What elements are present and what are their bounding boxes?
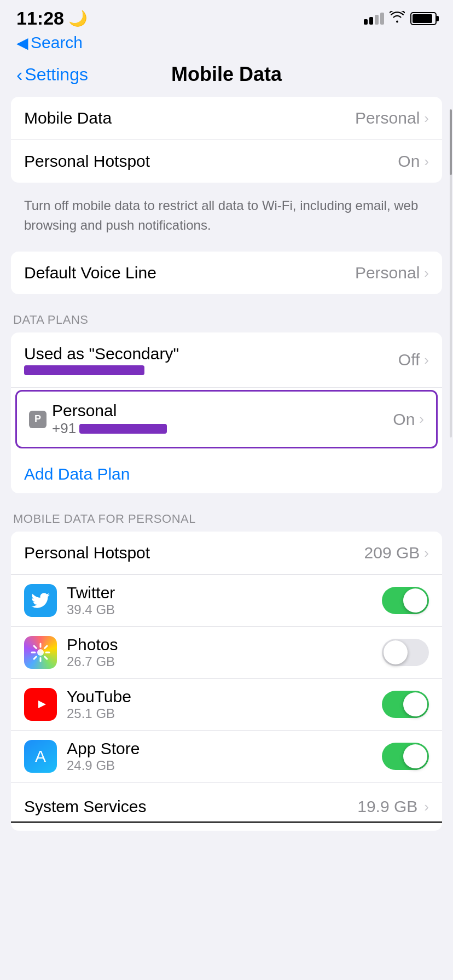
youtube-toggle[interactable] (382, 691, 429, 718)
data-plans-card-wrapper: Used as "Secondary" Off › P Personal (11, 332, 442, 493)
photos-toggle[interactable] (382, 639, 429, 666)
system-services-name: System Services (24, 797, 146, 816)
photos-icon (24, 636, 57, 669)
back-arrow-icon: ◀ (16, 34, 28, 52)
mobile-data-row[interactable]: Mobile Data Personal › (11, 97, 442, 140)
default-voice-chevron-icon: › (424, 265, 429, 282)
settings-back-button[interactable]: ‹ Settings (16, 64, 88, 85)
personal-hotspot-value: On (398, 152, 420, 171)
personal-plan-highlighted[interactable]: P Personal +91 On › (15, 390, 438, 448)
signal-icon (364, 13, 384, 25)
photos-name: Photos (67, 635, 118, 654)
mobile-data-personal-label: MOBILE DATA FOR PERSONAL (0, 499, 453, 532)
twitter-icon (24, 584, 57, 617)
status-bar: 11:28 🌙 (0, 0, 453, 33)
phone-number-redacted (79, 424, 167, 434)
scrollbar-thumb[interactable] (450, 109, 452, 175)
data-plans-section-label: DATA PLANS (0, 300, 453, 332)
app-store-toggle[interactable] (382, 743, 429, 770)
youtube-name: YouTube (67, 687, 131, 706)
back-nav-label: Search (31, 33, 83, 52)
photos-size: 26.7 GB (67, 654, 118, 669)
personal-hotspot-usage-row[interactable]: Personal Hotspot 209 GB › (11, 532, 442, 575)
app-store-name: App Store (67, 739, 140, 758)
personal-hotspot-row[interactable]: Personal Hotspot On › (11, 140, 442, 183)
used-as-secondary-label: Used as "Secondary" (24, 345, 179, 363)
top-section: Mobile Data Personal › Personal Hotspot … (11, 97, 442, 183)
system-services-size: 19.9 GB (357, 797, 417, 816)
personal-hotspot-label: Personal Hotspot (24, 152, 150, 171)
mobile-data-label: Mobile Data (24, 109, 112, 127)
data-plans-section: DATA PLANS Used as "Secondary" Off › P (0, 300, 453, 493)
wifi-icon (390, 11, 405, 26)
mobile-data-for-personal-section: MOBILE DATA FOR PERSONAL Personal Hotspo… (0, 499, 453, 831)
mobile-data-chevron-icon: › (424, 110, 429, 127)
hotspot-usage-chevron-icon: › (424, 545, 429, 562)
default-voice-section: Default Voice Line Personal › (11, 252, 442, 294)
default-voice-row[interactable]: Default Voice Line Personal › (11, 252, 442, 294)
used-as-secondary-value: Off (398, 351, 420, 369)
used-secondary-chevron-icon: › (424, 352, 429, 369)
default-voice-value: Personal (355, 264, 420, 282)
photos-row[interactable]: Photos 26.7 GB (11, 627, 442, 679)
default-voice-card: Default Voice Line Personal › (11, 252, 442, 294)
personal-plan-number: +91 (52, 420, 167, 437)
hotspot-chevron-icon: › (424, 153, 429, 170)
back-nav[interactable]: ◀ Search (0, 33, 453, 57)
app-store-icon: A (24, 740, 57, 773)
add-data-plan-button[interactable]: Add Data Plan (11, 455, 442, 493)
focus-icon: 🌙 (68, 9, 88, 27)
helper-text: Turn off mobile data to restrict all dat… (11, 188, 442, 241)
mobile-data-value: Personal (355, 109, 420, 127)
twitter-name: Twitter (67, 584, 115, 602)
twitter-size: 39.4 GB (67, 602, 115, 617)
apps-card: Personal Hotspot 209 GB › Twitter (11, 532, 442, 831)
twitter-row[interactable]: Twitter 39.4 GB (11, 575, 442, 627)
twitter-toggle[interactable] (382, 587, 429, 614)
hotspot-usage-value: 209 GB (364, 544, 420, 562)
personal-plan-chevron-icon: › (419, 411, 424, 428)
back-button-label: Settings (25, 65, 88, 85)
system-services-row[interactable]: System Services 19.9 GB › (11, 783, 442, 831)
data-plans-card: Used as "Secondary" Off › P Personal (11, 332, 442, 493)
youtube-icon (24, 688, 57, 721)
time-display: 11:28 (16, 8, 64, 29)
back-chevron-icon: ‹ (16, 64, 22, 85)
default-voice-label: Default Voice Line (24, 264, 156, 282)
status-time: 11:28 🌙 (16, 8, 88, 29)
battery-icon (410, 12, 437, 25)
personal-plan-status: On (393, 410, 415, 429)
app-store-row[interactable]: A App Store 24.9 GB (11, 731, 442, 783)
personal-plan-name: Personal (52, 401, 167, 420)
svg-text:A: A (35, 747, 46, 765)
apps-card-wrapper: Personal Hotspot 209 GB › Twitter (11, 532, 442, 831)
page-title: Mobile Data (171, 63, 282, 86)
youtube-size: 25.1 GB (67, 706, 131, 721)
system-services-chevron-icon: › (424, 798, 429, 815)
top-card: Mobile Data Personal › Personal Hotspot … (11, 97, 442, 183)
personal-plan-icon: P (29, 411, 47, 428)
status-icons (364, 11, 437, 26)
youtube-row[interactable]: YouTube 25.1 GB (11, 679, 442, 731)
redacted-bar (24, 365, 144, 375)
nav-header: ‹ Settings Mobile Data (0, 57, 453, 97)
svg-point-0 (37, 649, 44, 656)
hotspot-usage-label: Personal Hotspot (24, 544, 150, 562)
app-store-size: 24.9 GB (67, 758, 140, 773)
scrollbar-track (450, 109, 452, 438)
used-as-secondary-row[interactable]: Used as "Secondary" Off › (11, 332, 442, 388)
